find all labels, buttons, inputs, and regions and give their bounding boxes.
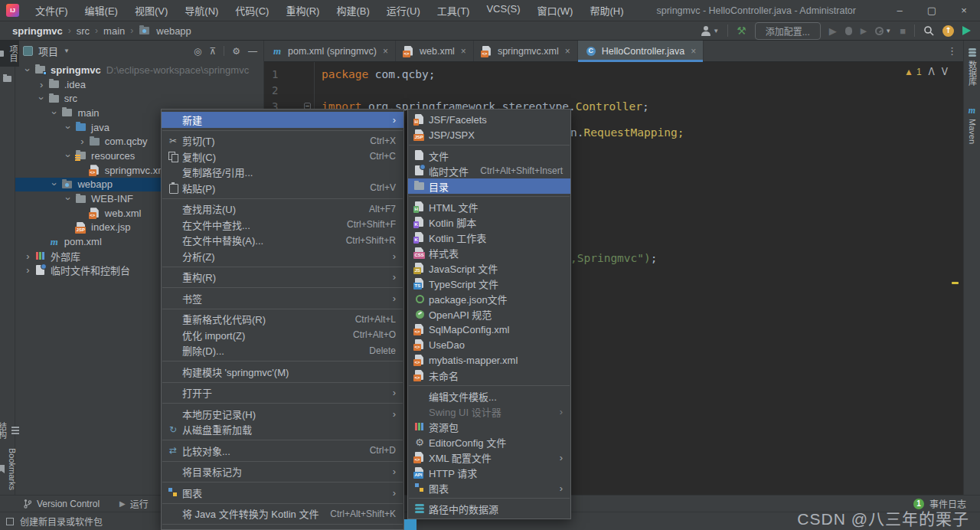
profiler-icon[interactable]: ▼	[875, 27, 891, 35]
menubar-item[interactable]: 工具(T)	[430, 0, 477, 21]
submenu-item-TypeScript 文件[interactable]: TSTypeScript 文件	[408, 276, 570, 291]
submenu-item-JSP/JSPX[interactable]: JSPJSP/JSPX	[408, 127, 570, 142]
chevron-expanded-icon[interactable]: ›	[63, 121, 74, 134]
context-menu-item-剪切(T)[interactable]: ✂剪切(T)Ctrl+X	[162, 133, 403, 149]
chevron-expanded-icon[interactable]: ›	[63, 149, 74, 162]
tool-window-button-Maven[interactable]: mMaven	[968, 106, 977, 144]
chevron-collapsed-icon[interactable]: ›	[21, 264, 34, 276]
submenu-item-资源包[interactable]: 资源包	[408, 419, 570, 434]
submenu-item-SqlMapConfig.xml[interactable]: <>SqlMapConfig.xml	[408, 322, 570, 337]
tree-node-springmvc[interactable]: ›springmvcD:\eclipse-workspace\springmvc	[15, 63, 263, 77]
context-menu-item-新建[interactable]: 新建›	[162, 112, 403, 128]
submenu-item-JSF/Facelets[interactable]: HJSF/Facelets	[408, 112, 570, 127]
tool-window-button-运行[interactable]: ▶运行	[119, 497, 149, 510]
tree-node-.idea[interactable]: ›.idea	[15, 77, 263, 92]
close-button[interactable]: ×	[948, 0, 980, 21]
tool-window-button-Version Control[interactable]: Version Control	[23, 499, 100, 509]
context-menu-item-查找用法(U)[interactable]: 查找用法(U)Alt+F7	[162, 201, 403, 218]
chevron-expanded-icon[interactable]: ›	[49, 178, 60, 191]
submenu-item-JavaScript 文件[interactable]: JSJavaScript 文件	[408, 260, 570, 276]
breadcrumb-item[interactable]: src	[77, 25, 90, 37]
editor-tab-pom.xml (springmvc)[interactable]: mpom.xml (springmvc)×	[264, 41, 396, 61]
submenu-item-XML 配置文件[interactable]: <>XML 配置文件›	[408, 450, 570, 465]
code-line[interactable]: package com.qcby;	[322, 68, 435, 80]
submenu-item-EditorConfig 文件[interactable]: ⚙EditorConfig 文件	[408, 434, 570, 450]
tool-window-button-结构[interactable]: 结构	[0, 417, 19, 443]
context-menu-item-将 Java 文件转换为 Kotlin 文件[interactable]: 将 Java 文件转换为 Kotlin 文件Ctrl+Alt+Shift+K	[162, 506, 403, 522]
menubar-item[interactable]: 导航(N)	[178, 0, 225, 21]
submenu-item-Kotlin 工作表[interactable]: KKotlin 工作表	[408, 230, 570, 245]
chevron-expanded-icon[interactable]: ›	[49, 106, 60, 119]
locate-file-icon[interactable]: ◎	[194, 46, 201, 57]
debug-icon[interactable]	[845, 27, 852, 35]
tool-window-button-folder[interactable]	[3, 67, 11, 91]
close-tab-icon[interactable]: ×	[565, 46, 570, 57]
search-icon[interactable]	[923, 25, 934, 36]
build-hammer-icon[interactable]: ⚒	[737, 25, 746, 37]
chevron-expanded-icon[interactable]: ›	[36, 92, 47, 105]
menubar-item[interactable]: 窗口(W)	[531, 0, 580, 21]
chevron-collapsed-icon[interactable]: ›	[21, 250, 34, 262]
submenu-item-临时文件[interactable]: 临时文件Ctrl+Alt+Shift+Insert	[408, 163, 570, 178]
breadcrumb-item[interactable]: springmvc	[12, 25, 63, 37]
context-menu-item-删除(D)...[interactable]: 删除(D)...Delete	[162, 343, 403, 359]
editor-tab-web.xml[interactable]: <>web.xml×	[396, 41, 474, 61]
context-menu-item-构建模块 'springmvc'(M)[interactable]: 构建模块 'springmvc'(M)	[162, 364, 403, 380]
breadcrumb-item[interactable]: webapp	[156, 25, 191, 37]
menubar-item[interactable]: VCS(S)	[479, 0, 527, 21]
chevron-collapsed-icon[interactable]: ›	[35, 79, 48, 90]
close-tab-icon[interactable]: ×	[691, 46, 696, 57]
context-menu-item-图表[interactable]: 图表›	[162, 485, 403, 501]
context-menu-item-复制路径/引用...[interactable]: 复制路径/引用...	[162, 165, 403, 181]
context-menu-item-打开于[interactable]: 打开于›	[162, 385, 403, 401]
submenu-item-文件[interactable]: 文件	[408, 148, 570, 163]
update-notification-icon[interactable]: ↑	[942, 25, 954, 37]
submenu-item-未命名[interactable]: <>未命名	[408, 368, 570, 383]
context-menu-item-比较对象...[interactable]: ⇄比较对象...Ctrl+D	[162, 443, 403, 459]
add-configuration-button[interactable]: 添加配置...	[755, 22, 821, 40]
context-menu-item-复制(C)[interactable]: 复制(C)Ctrl+C	[162, 149, 403, 165]
tool-window-button-项目[interactable]: 项目	[0, 41, 19, 67]
menubar-item[interactable]: 帮助(H)	[583, 0, 630, 21]
menubar-item[interactable]: 文件(F)	[28, 0, 75, 21]
submenu-item-目录[interactable]: 目录	[408, 178, 570, 194]
submenu-item-package.json文件[interactable]: package.json文件	[408, 291, 570, 306]
gradient-play-icon[interactable]	[962, 26, 971, 35]
chevron-collapsed-icon[interactable]: ›	[76, 136, 89, 147]
tool-window-button-数据库[interactable]: 数据库	[966, 48, 978, 86]
submenu-item-Kotlin 脚本[interactable]: KKotlin 脚本	[408, 214, 570, 230]
context-menu-item-重构(R)[interactable]: 重构(R)›	[162, 270, 403, 286]
context-menu-item-将目录标记为[interactable]: 将目录标记为›	[162, 464, 403, 480]
context-menu-item-重新格式化代码(R)[interactable]: 重新格式化代码(R)Ctrl+Alt+L	[162, 312, 403, 328]
maximize-button[interactable]: ▢	[916, 0, 948, 21]
tree-node-src[interactable]: ›src	[15, 91, 263, 106]
chevron-expanded-icon[interactable]: ›	[63, 192, 74, 205]
user-avatar-icon[interactable]: ▼	[701, 25, 719, 36]
gear-icon[interactable]: ⚙	[232, 46, 240, 57]
minimize-button[interactable]: –	[884, 0, 916, 21]
menubar-item[interactable]: 编辑(E)	[78, 0, 125, 21]
chevron-expanded-icon[interactable]: ›	[22, 64, 34, 77]
error-stripe-mark[interactable]	[952, 282, 959, 284]
editor-options-icon[interactable]: ⋮	[941, 41, 963, 61]
submenu-item-OpenAPI 规范[interactable]: OpenAPI 规范	[408, 306, 570, 322]
submenu-item-编辑文件模板...[interactable]: 编辑文件模板...	[408, 388, 570, 404]
editor-tab-springmvc.xml[interactable]: <>springmvc.xml×	[474, 41, 578, 61]
submenu-item-UseDao[interactable]: <>UseDao	[408, 337, 570, 352]
submenu-item-mybatis-mapper.xml[interactable]: <>mybatis-mapper.xml	[408, 352, 570, 368]
tool-window-button-Bookmarks[interactable]: Bookmarks	[0, 443, 17, 495]
context-menu-item-在文件中替换(A)...[interactable]: 在文件中替换(A)...Ctrl+Shift+R	[162, 233, 403, 249]
stop-icon[interactable]: ■	[900, 25, 906, 37]
close-tab-icon[interactable]: ×	[383, 46, 388, 57]
submenu-item-路径中的数据源[interactable]: 路径中的数据源	[408, 501, 570, 516]
menubar-item[interactable]: 代码(C)	[228, 0, 276, 21]
context-menu-item-在文件中查找...[interactable]: 在文件中查找...Ctrl+Shift+F	[162, 217, 403, 233]
context-menu-item-粘贴(P)[interactable]: 粘贴(P)Ctrl+V	[162, 180, 403, 196]
context-menu-item-本地历史记录(H)[interactable]: 本地历史记录(H)›	[162, 406, 403, 422]
submenu-item-HTTP 请求[interactable]: APIHTTP 请求	[408, 465, 570, 480]
submenu-item-样式表[interactable]: CSS样式表	[408, 245, 570, 260]
submenu-item-HTML 文件[interactable]: HHTML 文件	[408, 199, 570, 214]
run-icon[interactable]: ▶	[829, 25, 837, 37]
context-menu-item-书签[interactable]: 书签›	[162, 290, 403, 306]
chevron-down-icon[interactable]: ▼	[64, 47, 70, 54]
